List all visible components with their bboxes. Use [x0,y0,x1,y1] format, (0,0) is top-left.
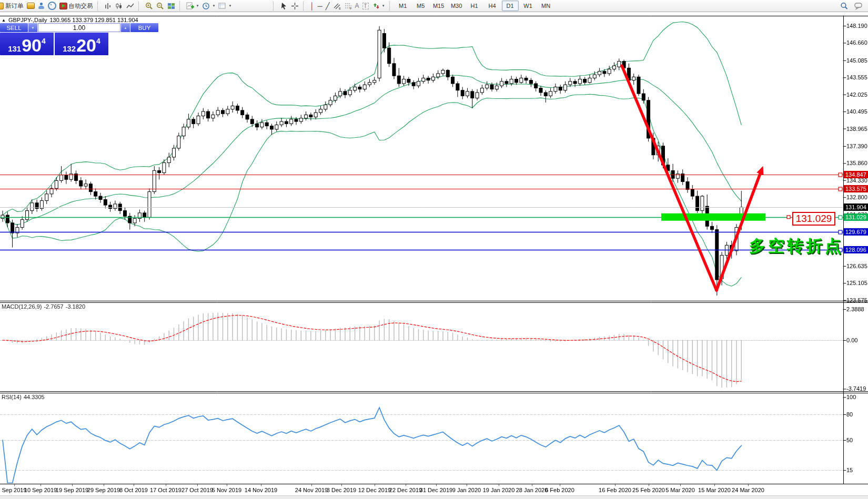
horizontal-line-icon: ─ [317,3,322,9]
new-order-label: 新订单 [5,2,24,10]
date-tick: 8 Oct 2019 [119,487,148,493]
template-icon [218,2,226,10]
rsi-value: 44.3305 [24,394,45,400]
chat-icon [854,2,862,10]
date-tick: 24 Nov 2019 [295,487,328,493]
equidistant-channel-icon: E [333,2,341,10]
new-order-button[interactable]: 新订单 [0,1,25,11]
candlestick-button[interactable] [114,1,125,11]
chart-title: ▲ GBPJPY-,Daily 130.965 133.379 129.851 … [2,17,138,23]
date-tick: 3 Dec 2019 [327,487,356,493]
price-tick: 137.390 [846,143,867,149]
dropdown-caret-icon: ▼ [382,4,385,7]
cursor-button[interactable] [278,1,289,11]
charts-window-button[interactable] [25,1,36,11]
zoom-in-button[interactable] [144,1,155,11]
date-tick: 6 Feb 2020 [545,487,574,493]
date-tick: 19 Sep 2019 [56,487,88,493]
dropdown-caret-icon: ▼ [212,4,215,7]
profile-icon [38,3,45,9]
volume-increase-button[interactable]: ▲ [121,23,130,32]
timeframe-button-h1[interactable]: H1 [466,1,483,11]
timeframe-button-d1[interactable]: D1 [502,1,519,11]
macd-axis-tick: 2.3888 [846,306,864,312]
price-tick: 142.025 [846,91,867,98]
price-tick: 126.635 [846,263,867,269]
chat-button[interactable] [853,1,864,11]
crosshair-button[interactable] [289,1,300,11]
timeframe-button-h4[interactable]: H4 [484,1,501,11]
volume-input[interactable] [38,23,120,32]
turning-point-note[interactable]: 多空转折点 [749,235,844,257]
buy-price-box[interactable]: 132 20 4 [55,33,108,55]
date-tick: 31 Dec 2019 [420,487,452,493]
timeframe-button-mn[interactable]: MN [538,1,554,11]
channel-button[interactable]: E [331,1,342,11]
date-tick: 28 Jan 2020 [516,487,548,493]
price-tick: 140.495 [846,108,867,115]
toolbar-separator [138,2,142,11]
price-tick: 125.105 [846,280,867,286]
vertical-line-button[interactable]: │ [308,1,316,11]
rsi-axis-tick: 80 [846,411,853,417]
timeframe-button-w1[interactable]: W1 [520,1,537,11]
search-button[interactable] [839,1,850,11]
signals-button[interactable] [46,1,58,11]
toolbar-separator [389,2,393,11]
fibonacci-button[interactable]: F [342,1,354,11]
macd-axis-tick: 0.00 [846,337,857,343]
chart-canvas[interactable] [0,0,868,499]
text-label-icon: T [362,3,369,9]
zoom-in-icon [145,2,153,10]
indicators-button[interactable]: ▼ [185,1,201,11]
symbol-period-label: GBPJPY-,Daily [8,17,47,23]
timeframe-button-m5[interactable]: M5 [412,1,429,11]
trendline-icon: ╱ [326,3,330,9]
price-badge-blue: 129.679 [844,228,868,236]
rsi-name: RSI(14) [2,394,22,400]
trendline-button[interactable]: ╱ [324,1,331,11]
timeframe-button-m15[interactable]: M15 [430,1,447,11]
dropdown-caret-icon: ▼ [228,4,231,7]
arrows-button[interactable]: ▼ [370,1,387,11]
date-tick: 29 Sep 2019 [87,487,120,493]
tile-windows-button[interactable] [166,1,177,11]
date-tick: 5 Mar 2020 [665,487,695,493]
profile-button[interactable] [36,1,46,11]
horizontal-line-button[interactable]: ─ [316,1,324,11]
sell-price-point: 4 [42,37,46,45]
timeframe-group: M1M5M15M30H1H4D1W1MN [395,1,554,11]
volume-decrease-button[interactable]: ▼ [28,23,37,32]
fibonacci-icon: F [344,2,352,10]
sell-button[interactable]: SELL [0,23,28,32]
templates-button[interactable]: ▼ [217,1,233,11]
search-icon [840,2,848,10]
price-tick: 146.660 [846,39,867,46]
buy-price-figure: 132 [63,45,76,53]
timeframe-button-m1[interactable]: M1 [395,1,411,11]
line-chart-button[interactable] [125,1,136,11]
date-tick: 9 Jan 2020 [452,487,481,493]
date-tick: 19 Jan 2020 [483,487,515,493]
one-click-trading-panel: SELL ▼ ▲ BUY 131 90 4 132 20 4 [0,23,108,55]
timeframe-button-m30[interactable]: M30 [448,1,465,11]
macd-signal-value: -3.1820 [66,303,85,310]
buy-price-point: 4 [96,37,100,45]
sell-price-figure: 131 [8,45,21,53]
date-tick: 16 Feb 2020 [599,487,631,493]
sell-price-box[interactable]: 131 90 4 [0,33,54,55]
buy-button[interactable]: BUY [130,23,158,32]
price-badge-red: 134.847 [844,171,868,178]
text-button[interactable]: A [354,1,361,11]
cursor-icon [280,2,288,10]
zoom-out-button[interactable] [155,1,166,11]
price-level-note[interactable]: 131.029 [792,212,835,226]
chart-flag-icon: ▲ [2,18,6,23]
date-tick: 12 Dec 2019 [358,487,391,493]
bar-chart-button[interactable] [103,1,114,11]
text-label-button[interactable]: T [361,1,370,11]
price-tick: 138.965 [846,126,867,132]
auto-trading-button[interactable]: 自动交易 [58,1,95,11]
toolbar-separator [97,2,101,11]
periods-button[interactable]: ▼ [200,1,217,11]
